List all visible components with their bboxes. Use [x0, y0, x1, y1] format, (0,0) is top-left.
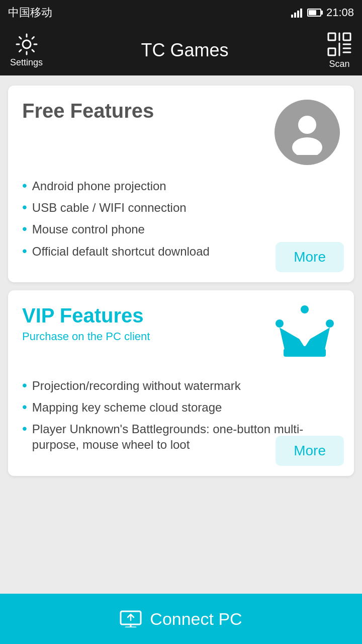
- free-more-button[interactable]: More: [276, 242, 344, 272]
- svg-rect-1: [328, 33, 335, 40]
- free-card-header: Free Features: [22, 100, 340, 165]
- svg-rect-2: [343, 33, 350, 40]
- list-item: • USB cable / WIFI connection: [22, 197, 340, 218]
- svg-rect-3: [328, 48, 335, 55]
- time-label: 21:08: [326, 6, 354, 19]
- list-item: • Projection/recording without watermark: [22, 375, 340, 396]
- vip-card-title: VIP Features: [22, 304, 150, 327]
- connect-pc-icon: [120, 610, 142, 627]
- battery-icon: [307, 9, 321, 17]
- list-item: • Mouse control phone: [22, 218, 340, 240]
- signal-icon: [291, 8, 302, 18]
- crown-icon: [269, 304, 340, 365]
- bullet-icon: •: [22, 244, 27, 259]
- vip-card-subtitle: Purchase on the PC client: [22, 330, 150, 343]
- settings-label: Settings: [10, 57, 43, 68]
- vip-card-header: VIP Features Purchase on the PC client: [22, 304, 340, 365]
- avatar: [275, 100, 340, 165]
- carrier-label: 中国移动: [8, 5, 52, 20]
- svg-point-12: [276, 319, 284, 328]
- person-icon: [285, 110, 330, 155]
- svg-point-10: [292, 137, 322, 155]
- free-card-title: Free Features: [22, 100, 154, 122]
- app-title: TC Games: [43, 40, 327, 61]
- vip-features-card: VIP Features Purchase on the PC client •: [8, 290, 354, 476]
- vip-more-button[interactable]: More: [276, 436, 344, 466]
- connect-pc-button[interactable]: Connect PC: [0, 594, 362, 644]
- vip-title-group: VIP Features Purchase on the PC client: [22, 304, 150, 343]
- list-item: • Mapping key scheme cloud storage: [22, 396, 340, 418]
- settings-button[interactable]: Settings: [10, 33, 43, 68]
- scan-label: Scan: [329, 59, 349, 69]
- svg-point-13: [326, 319, 334, 328]
- bullet-icon: •: [22, 421, 27, 437]
- svg-point-9: [298, 116, 316, 134]
- bullet-icon: •: [22, 378, 27, 393]
- free-features-card: Free Features • Android phone projection…: [8, 86, 354, 282]
- settings-icon: [16, 33, 38, 55]
- header: Settings TC Games Scan: [0, 25, 362, 75]
- svg-point-0: [23, 40, 31, 48]
- status-icons: 21:08: [291, 6, 354, 19]
- scan-icon: [327, 32, 352, 57]
- status-bar: 中国移动 21:08: [0, 0, 362, 25]
- scan-button[interactable]: Scan: [327, 32, 352, 69]
- svg-rect-14: [284, 349, 326, 357]
- connect-label: Connect PC: [150, 609, 242, 629]
- main-content: Free Features • Android phone projection…: [0, 75, 362, 619]
- bullet-icon: •: [22, 221, 27, 237]
- svg-point-11: [301, 305, 309, 313]
- bullet-icon: •: [22, 178, 27, 194]
- bullet-icon: •: [22, 399, 27, 415]
- list-item: • Android phone projection: [22, 175, 340, 197]
- bullet-icon: •: [22, 200, 27, 215]
